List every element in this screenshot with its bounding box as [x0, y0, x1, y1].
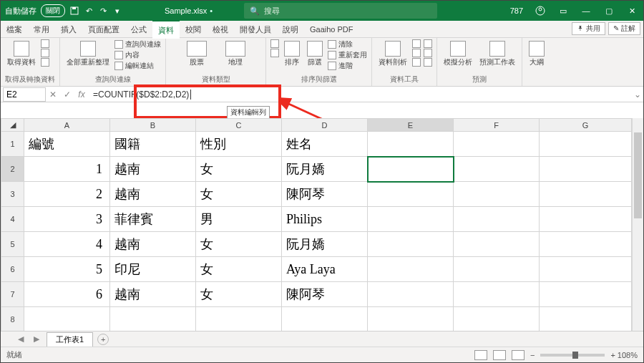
- search-box[interactable]: 🔍 搜尋: [244, 3, 437, 19]
- tab-pagelayout[interactable]: 頁面配置: [82, 21, 125, 38]
- cell[interactable]: [368, 132, 454, 157]
- reapply-filter[interactable]: 重新套用: [328, 50, 367, 60]
- autosave-toggle[interactable]: 關閉: [41, 4, 65, 17]
- enter-fx-icon[interactable]: ✓: [60, 89, 74, 100]
- share-button[interactable]: 🖈 共用: [572, 22, 605, 35]
- cell[interactable]: 男: [196, 207, 282, 232]
- cell[interactable]: 女: [196, 157, 282, 182]
- cell[interactable]: 編號: [24, 132, 110, 157]
- cell[interactable]: Philips: [282, 207, 368, 232]
- cell[interactable]: [454, 232, 540, 257]
- geography-button[interactable]: 地理: [223, 39, 248, 69]
- consolidate-icon[interactable]: [424, 39, 432, 48]
- filter-button[interactable]: 篩選: [305, 39, 325, 69]
- cell[interactable]: [368, 282, 454, 307]
- sheet-nav-prev-icon[interactable]: ◀: [15, 334, 26, 344]
- col-header-B[interactable]: B: [110, 119, 196, 132]
- tab-gaaiho[interactable]: Gaaiho PDF: [304, 21, 359, 38]
- cell[interactable]: 越南: [110, 157, 196, 182]
- normal-view-icon[interactable]: [474, 350, 487, 360]
- cell[interactable]: [368, 257, 454, 282]
- sort-az-icon[interactable]: [270, 39, 279, 48]
- stocks-button[interactable]: 股票: [185, 39, 209, 69]
- clear-filter[interactable]: 清除: [328, 39, 367, 49]
- cell[interactable]: [368, 207, 454, 232]
- select-all-corner[interactable]: ◢: [1, 119, 24, 132]
- notif-count[interactable]: 787: [504, 6, 529, 15]
- row-header[interactable]: 6: [1, 257, 24, 282]
- refresh-all-button[interactable]: 全部重新整理: [64, 39, 112, 69]
- sort-button[interactable]: 排序: [282, 39, 302, 69]
- cell[interactable]: [454, 257, 540, 282]
- manage-model-icon[interactable]: [424, 58, 432, 67]
- row-header[interactable]: 7: [1, 282, 24, 307]
- forecast-sheet-button[interactable]: 預測工作表: [477, 39, 517, 69]
- cell[interactable]: [540, 207, 632, 232]
- remove-dup-icon[interactable]: [412, 49, 421, 57]
- from-table-icon[interactable]: [41, 58, 49, 67]
- comment-button[interactable]: ✎ 註解: [608, 22, 640, 35]
- cancel-fx-icon[interactable]: ✕: [46, 89, 60, 100]
- text-to-columns-button[interactable]: 資料剖析: [376, 39, 409, 69]
- page-break-view-icon[interactable]: [512, 350, 525, 360]
- from-text-icon[interactable]: [41, 39, 49, 48]
- page-layout-view-icon[interactable]: [493, 350, 506, 360]
- cell[interactable]: 陳阿琴: [282, 182, 368, 207]
- scrollbar-thumb[interactable]: [634, 132, 642, 218]
- cell[interactable]: 菲律賓: [110, 207, 196, 232]
- col-header-C[interactable]: C: [196, 119, 282, 132]
- sheet-nav-next-icon[interactable]: ▶: [31, 334, 42, 344]
- cell[interactable]: 國籍: [110, 132, 196, 157]
- selected-cell[interactable]: [368, 157, 454, 182]
- row-header[interactable]: 5: [1, 232, 24, 257]
- cell[interactable]: [110, 307, 196, 331]
- cell[interactable]: [368, 232, 454, 257]
- formula-input[interactable]: =COUNTIF($D$2:D2,D2): [89, 87, 632, 102]
- tab-data[interactable]: 資料: [152, 20, 180, 39]
- undo-icon[interactable]: ↶: [84, 6, 94, 16]
- col-header-A[interactable]: A: [24, 119, 110, 132]
- cell[interactable]: 性別: [196, 132, 282, 157]
- row-header[interactable]: 1: [1, 132, 24, 157]
- tab-formulas[interactable]: 公式: [125, 21, 152, 38]
- cell[interactable]: [540, 132, 632, 157]
- cell[interactable]: [540, 232, 632, 257]
- zoom-level[interactable]: + 108%: [610, 351, 638, 359]
- expand-formula-icon[interactable]: ⌄: [632, 89, 643, 100]
- row-header[interactable]: 4: [1, 207, 24, 232]
- spreadsheet-grid[interactable]: ◢ A B C D E F G 1編號國籍性別姓名 21越南女阮月嬌 32越南女…: [1, 118, 632, 331]
- col-header-E[interactable]: E: [368, 119, 454, 132]
- get-data-button[interactable]: 取得資料: [5, 39, 38, 69]
- ribbon-display-icon[interactable]: ▭: [552, 1, 575, 21]
- advanced-filter[interactable]: 進階: [328, 61, 367, 71]
- sheet-tab[interactable]: 工作表1: [47, 332, 93, 347]
- cell[interactable]: [454, 182, 540, 207]
- col-header-D[interactable]: D: [282, 119, 368, 132]
- queries-connections[interactable]: 查詢與連線: [114, 39, 161, 49]
- cell[interactable]: 2: [24, 182, 110, 207]
- cell[interactable]: 女: [196, 232, 282, 257]
- tab-file[interactable]: 檔案: [1, 21, 28, 38]
- vertical-scrollbar[interactable]: [632, 118, 643, 331]
- cell[interactable]: [454, 282, 540, 307]
- cell[interactable]: [196, 307, 282, 331]
- cell[interactable]: 越南: [110, 232, 196, 257]
- cell[interactable]: 印尼: [110, 257, 196, 282]
- outline-button[interactable]: 大綱: [527, 39, 547, 69]
- cell[interactable]: 陳阿琴: [282, 282, 368, 307]
- zoom-out-button[interactable]: −: [530, 351, 535, 359]
- cell[interactable]: 越南: [110, 182, 196, 207]
- cell[interactable]: 5: [24, 257, 110, 282]
- zoom-slider[interactable]: [540, 354, 605, 357]
- cell[interactable]: [540, 307, 632, 331]
- row-header[interactable]: 2: [1, 157, 24, 182]
- cell[interactable]: 越南: [110, 282, 196, 307]
- tab-view[interactable]: 檢視: [207, 21, 234, 38]
- cell[interactable]: [454, 157, 540, 182]
- cell[interactable]: [540, 157, 632, 182]
- relations-icon[interactable]: [424, 49, 432, 57]
- row-header[interactable]: 3: [1, 182, 24, 207]
- data-valid-icon[interactable]: [412, 58, 421, 67]
- tab-help[interactable]: 說明: [277, 21, 304, 38]
- cell[interactable]: 阮月嬌: [282, 232, 368, 257]
